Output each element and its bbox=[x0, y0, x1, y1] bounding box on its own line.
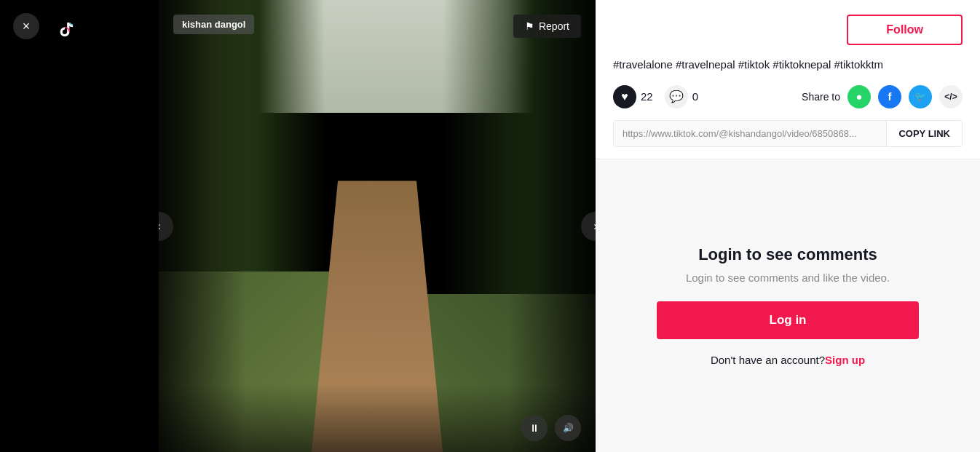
facebook-icon: f bbox=[888, 90, 892, 103]
left-panel: × bbox=[0, 0, 159, 452]
signup-row: Don't have an account?Sign up bbox=[711, 354, 865, 366]
video-controls: ⏸ 🔊 bbox=[521, 415, 581, 441]
signup-link[interactable]: Sign up bbox=[825, 354, 865, 366]
link-row: https://www.tiktok.com/@kishandangol/vid… bbox=[613, 120, 963, 147]
flag-icon: ⚑ bbox=[525, 20, 534, 32]
likes-count: 22 bbox=[641, 90, 653, 103]
tiktok-logo bbox=[51, 15, 79, 45]
follow-button[interactable]: Follow bbox=[847, 15, 963, 45]
share-twitter-button[interactable]: 🐦 bbox=[909, 85, 932, 108]
video-url: https://www.tiktok.com/@kishandangol/vid… bbox=[614, 121, 886, 146]
pause-icon: ⏸ bbox=[529, 422, 540, 434]
stats-row: ♥ 22 💬 0 Share to ● f 🐦 </> bbox=[613, 85, 963, 108]
report-button[interactable]: ⚑ Report bbox=[513, 15, 581, 38]
embed-icon: </> bbox=[944, 92, 957, 102]
volume-button[interactable]: 🔊 bbox=[555, 415, 581, 441]
login-subtitle: Login to see comments and like the video… bbox=[686, 271, 890, 284]
comments-stat: 💬 0 bbox=[665, 85, 698, 108]
chevron-left-icon: ‹ bbox=[159, 220, 161, 233]
share-facebook-button[interactable]: f bbox=[878, 85, 901, 108]
share-section: Share to ● f 🐦 </> bbox=[802, 85, 963, 108]
comment-icon[interactable]: 💬 bbox=[665, 85, 688, 108]
volume-icon: 🔊 bbox=[563, 423, 574, 433]
video-area: kishan dangol ⚑ Report ‹ › ⏸ 🔊 bbox=[159, 0, 596, 452]
share-label: Share to bbox=[802, 91, 840, 103]
username-overlay: kishan dangol bbox=[173, 15, 254, 34]
video-scene bbox=[159, 0, 596, 452]
share-whatsapp-button[interactable]: ● bbox=[847, 85, 871, 108]
right-panel: Follow #travelalone #travelnepal #tiktok… bbox=[596, 0, 980, 452]
report-label: Report bbox=[539, 20, 569, 32]
twitter-icon: 🐦 bbox=[914, 91, 926, 102]
share-embed-button[interactable]: </> bbox=[939, 85, 963, 108]
login-title: Login to see comments bbox=[698, 245, 877, 264]
comments-count: 0 bbox=[692, 90, 698, 103]
login-button[interactable]: Log in bbox=[657, 301, 919, 339]
username-text: kishan dangol bbox=[182, 19, 245, 30]
chevron-right-icon: › bbox=[593, 220, 596, 233]
likes-stat: ♥ 22 bbox=[613, 85, 653, 108]
signup-text: Don't have an account? bbox=[711, 354, 825, 366]
close-icon: × bbox=[23, 19, 31, 34]
hashtags: #travelalone #travelnepal #tiktok #tikto… bbox=[613, 57, 963, 74]
copy-link-button[interactable]: COPY LINK bbox=[886, 121, 962, 146]
close-button[interactable]: × bbox=[13, 13, 39, 39]
whatsapp-icon: ● bbox=[855, 90, 862, 103]
heart-icon[interactable]: ♥ bbox=[613, 85, 636, 108]
pause-button[interactable]: ⏸ bbox=[521, 415, 548, 441]
comments-section: Login to see comments Login to see comme… bbox=[596, 159, 980, 453]
right-top-section: Follow #travelalone #travelnepal #tiktok… bbox=[596, 0, 980, 159]
